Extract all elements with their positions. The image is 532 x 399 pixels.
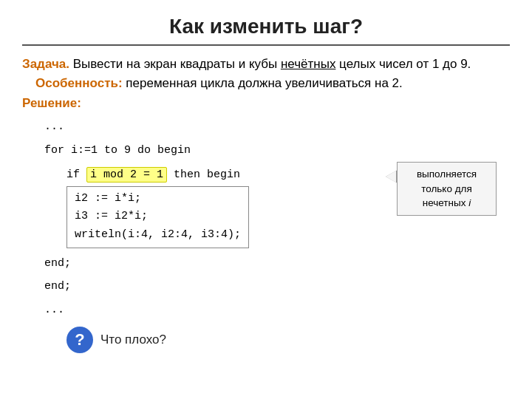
code-line-1: i2 := i*i; xyxy=(75,190,241,208)
code-line-2: i3 := i2*i; xyxy=(75,208,241,226)
feature-paragraph: Особенность: переменная цикла должна уве… xyxy=(35,74,510,93)
question-text: Что плохо? xyxy=(100,330,166,349)
task-text: Вывести на экран квадраты и кубы xyxy=(69,57,281,71)
question-badge: ? xyxy=(66,327,93,353)
solution-label: Решение: xyxy=(22,94,510,113)
code-body-box: i2 := i*i; i3 := i2*i; writeln(i:4, i2:4… xyxy=(66,186,249,248)
code-dots1: ... xyxy=(44,117,510,137)
task-paragraph: Задача. Вывести на экран квадраты и кубы… xyxy=(22,55,510,74)
feature-text: переменная цикла должна увеличиваться на… xyxy=(123,76,403,90)
code-line-3: writeln(i:4, i2:4, i3:4); xyxy=(75,226,241,245)
tooltip-arrow-inner xyxy=(386,171,396,183)
feature-label: Особенность: xyxy=(35,76,123,90)
question-area: ? Что плохо? xyxy=(66,327,510,353)
code-end2: end; xyxy=(44,277,510,296)
task-label: Задача. xyxy=(22,57,69,71)
tooltip-text: выполняется только для нечетных i xyxy=(417,168,477,208)
content-area: Задача. Вывести на экран квадраты и кубы… xyxy=(22,55,510,353)
code-end1: end; xyxy=(44,254,510,273)
task-underline: нечётных xyxy=(281,57,335,71)
code-dots2: ... xyxy=(44,301,510,320)
task-text2: целых чисел от 1 до 9. xyxy=(335,57,471,71)
tooltip-box: выполняется только для нечетных i xyxy=(397,162,497,216)
page-title: Как изменить шаг? xyxy=(22,15,510,46)
code-highlight: i mod 2 = 1 xyxy=(86,167,167,183)
code-for: for i:=1 to 9 do begin xyxy=(44,141,510,160)
